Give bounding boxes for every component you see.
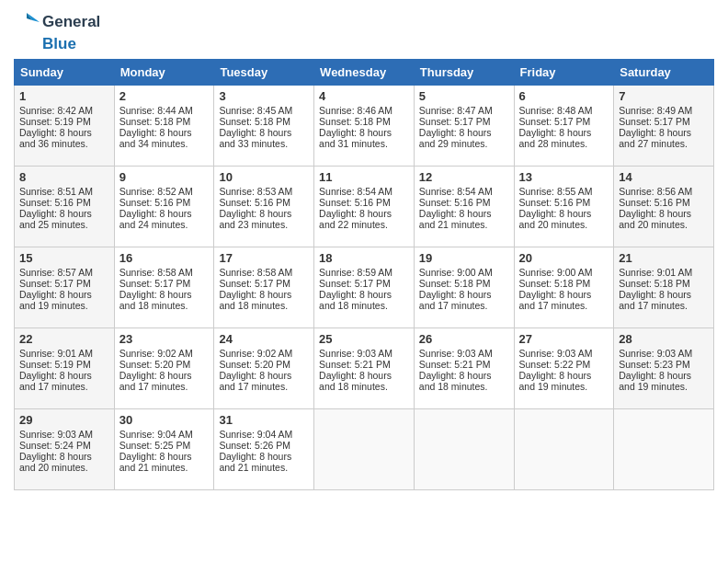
calendar-cell: 8Sunrise: 8:51 AMSunset: 5:16 PMDaylight… [15,167,115,247]
sunrise: Sunrise: 8:58 AM [219,267,292,278]
calendar-cell: 27Sunrise: 9:03 AMSunset: 5:22 PMDayligh… [514,328,614,409]
day-number: 31 [219,413,309,427]
sunset: Sunset: 5:16 PM [519,197,591,208]
calendar-cell: 13Sunrise: 8:55 AMSunset: 5:16 PMDayligh… [514,167,614,247]
daylight: Daylight: 8 hours and 17 minutes. [219,370,291,392]
day-number: 20 [519,251,609,265]
calendar-cell: 15Sunrise: 8:57 AMSunset: 5:17 PMDayligh… [15,247,115,328]
day-number: 22 [19,332,109,346]
daylight: Daylight: 8 hours and 28 minutes. [519,127,592,149]
day-number: 14 [619,170,709,184]
daylight: Daylight: 8 hours and 34 minutes. [119,127,192,149]
daylight: Daylight: 8 hours and 18 minutes. [119,289,192,311]
daylight: Daylight: 8 hours and 27 minutes. [619,127,691,149]
day-number: 1 [19,89,109,103]
calendar-cell: 19Sunrise: 9:00 AMSunset: 5:18 PMDayligh… [414,247,514,328]
sunrise: Sunrise: 9:02 AM [219,348,292,359]
sunrise: Sunrise: 8:52 AM [119,186,193,197]
daylight: Daylight: 8 hours and 18 minutes. [319,289,392,311]
sunset: Sunset: 5:25 PM [119,440,191,451]
sunrise: Sunrise: 9:02 AM [119,348,193,359]
calendar-cell: 17Sunrise: 8:58 AMSunset: 5:17 PMDayligh… [214,247,314,328]
calendar-cell: 1Sunrise: 8:42 AMSunset: 5:19 PMDaylight… [15,86,115,167]
sunrise: Sunrise: 8:53 AM [219,186,292,197]
week-row-2: 8Sunrise: 8:51 AMSunset: 5:16 PMDaylight… [15,167,714,247]
day-number: 11 [319,170,409,184]
page-header: General Blue [14,9,714,53]
logo-bird-icon [14,9,40,35]
calendar-cell: 16Sunrise: 8:58 AMSunset: 5:17 PMDayligh… [114,247,214,328]
col-header-wednesday: Wednesday [314,60,415,86]
day-number: 21 [619,251,709,265]
calendar-cell [414,409,514,490]
day-number: 15 [19,251,109,265]
sunset: Sunset: 5:22 PM [519,359,591,370]
calendar-cell: 31Sunrise: 9:04 AMSunset: 5:26 PMDayligh… [214,409,314,490]
daylight: Daylight: 8 hours and 22 minutes. [319,208,392,230]
calendar-cell: 22Sunrise: 9:01 AMSunset: 5:19 PMDayligh… [15,328,115,409]
daylight: Daylight: 8 hours and 31 minutes. [319,127,392,149]
sunset: Sunset: 5:18 PM [119,116,191,127]
day-number: 8 [19,170,109,184]
calendar-cell: 26Sunrise: 9:03 AMSunset: 5:21 PMDayligh… [414,328,514,409]
sunrise: Sunrise: 8:44 AM [119,105,193,116]
calendar-cell [314,409,415,490]
sunset: Sunset: 5:20 PM [219,359,290,370]
sunset: Sunset: 5:17 PM [419,116,491,127]
calendar-cell: 11Sunrise: 8:54 AMSunset: 5:16 PMDayligh… [314,167,415,247]
sunset: Sunset: 5:17 PM [19,278,91,289]
logo: General Blue [14,9,100,53]
sunrise: Sunrise: 8:59 AM [319,267,392,278]
sunrise: Sunrise: 9:00 AM [519,267,593,278]
sunrise: Sunrise: 8:45 AM [219,105,292,116]
daylight: Daylight: 8 hours and 17 minutes. [419,289,492,311]
daylight: Daylight: 8 hours and 21 minutes. [219,451,291,473]
logo-text-block: General Blue [14,9,100,53]
day-number: 6 [519,89,609,103]
sunset: Sunset: 5:18 PM [219,116,290,127]
sunset: Sunset: 5:17 PM [119,278,191,289]
calendar-cell: 2Sunrise: 8:44 AMSunset: 5:18 PMDaylight… [114,86,214,167]
daylight: Daylight: 8 hours and 18 minutes. [419,370,492,392]
sunrise: Sunrise: 9:01 AM [19,348,93,359]
day-number: 26 [419,332,509,346]
day-number: 4 [319,89,409,103]
daylight: Daylight: 8 hours and 21 minutes. [119,451,192,473]
daylight: Daylight: 8 hours and 24 minutes. [119,208,192,230]
daylight: Daylight: 8 hours and 20 minutes. [519,208,592,230]
sunrise: Sunrise: 9:03 AM [519,348,593,359]
sunset: Sunset: 5:21 PM [419,359,491,370]
sunrise: Sunrise: 8:54 AM [419,186,493,197]
sunset: Sunset: 5:16 PM [319,197,391,208]
sunrise: Sunrise: 8:51 AM [19,186,93,197]
sunset: Sunset: 5:18 PM [319,116,391,127]
daylight: Daylight: 8 hours and 19 minutes. [519,370,592,392]
daylight: Daylight: 8 hours and 17 minutes. [619,289,691,311]
daylight: Daylight: 8 hours and 25 minutes. [19,208,92,230]
calendar-cell: 24Sunrise: 9:02 AMSunset: 5:20 PMDayligh… [214,328,314,409]
col-header-monday: Monday [114,60,214,86]
week-row-3: 15Sunrise: 8:57 AMSunset: 5:17 PMDayligh… [15,247,714,328]
calendar-cell: 7Sunrise: 8:49 AMSunset: 5:17 PMDaylight… [614,86,714,167]
calendar-cell: 14Sunrise: 8:56 AMSunset: 5:16 PMDayligh… [614,167,714,247]
daylight: Daylight: 8 hours and 18 minutes. [319,370,392,392]
daylight: Daylight: 8 hours and 23 minutes. [219,208,291,230]
day-number: 13 [519,170,609,184]
daylight: Daylight: 8 hours and 33 minutes. [219,127,291,149]
daylight: Daylight: 8 hours and 20 minutes. [619,208,691,230]
sunrise: Sunrise: 8:48 AM [519,105,593,116]
col-header-thursday: Thursday [414,60,514,86]
calendar-table: SundayMondayTuesdayWednesdayThursdayFrid… [14,59,714,490]
calendar-cell: 25Sunrise: 9:03 AMSunset: 5:21 PMDayligh… [314,328,415,409]
day-number: 23 [119,332,210,346]
sunrise: Sunrise: 9:03 AM [319,348,392,359]
sunrise: Sunrise: 8:54 AM [319,186,392,197]
calendar-cell: 10Sunrise: 8:53 AMSunset: 5:16 PMDayligh… [214,167,314,247]
calendar-cell: 6Sunrise: 8:48 AMSunset: 5:17 PMDaylight… [514,86,614,167]
calendar-cell: 20Sunrise: 9:00 AMSunset: 5:18 PMDayligh… [514,247,614,328]
sunset: Sunset: 5:16 PM [419,197,491,208]
col-header-tuesday: Tuesday [214,60,314,86]
week-row-5: 29Sunrise: 9:03 AMSunset: 5:24 PMDayligh… [15,409,714,490]
sunrise: Sunrise: 8:49 AM [619,105,692,116]
sunrise: Sunrise: 9:01 AM [619,267,692,278]
